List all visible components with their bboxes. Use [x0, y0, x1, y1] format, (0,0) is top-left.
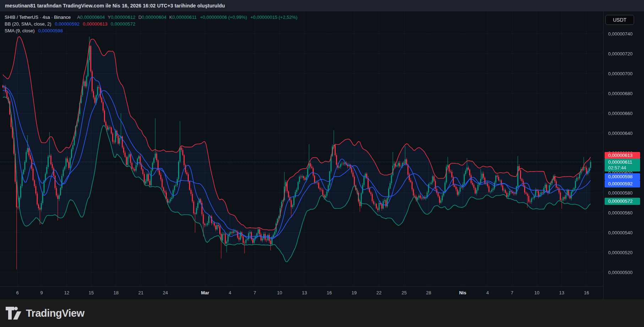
branding-bar: TradingView: [0, 299, 644, 327]
price-tick-label: 0,00000740: [608, 31, 633, 37]
time-tick-label: 16: [327, 290, 332, 295]
time-month-label: Mar: [201, 290, 209, 295]
price-badge: 0,0000061102:57:44: [605, 159, 640, 171]
time-tick-label: 9: [40, 290, 43, 295]
symbol-legend-row[interactable]: SHIB / TetherUS · 4sa · Binance A0,00000…: [5, 14, 297, 21]
price-badge: 0,00000598: [605, 173, 640, 180]
attribution-text: mesutinan81 tarafından TradingView.com i…: [5, 3, 225, 9]
price-tick-label: 0,00000580: [608, 190, 633, 196]
tradingview-logo-icon: [5, 306, 22, 320]
candlestick-plot[interactable]: [0, 12, 603, 286]
time-tick-label: 21: [138, 290, 143, 295]
chart-legend: SHIB / TetherUS · 4sa · Binance A0,00000…: [5, 14, 297, 34]
time-tick-label: 7: [511, 290, 513, 295]
price-tick-label: 0,00000640: [608, 131, 633, 136]
time-tick-label: 12: [64, 290, 69, 295]
price-tick-label: 0,00000500: [608, 270, 633, 275]
bb-lower-value: 0,00000572: [111, 21, 136, 27]
price-badge: 0,00000572: [605, 198, 640, 205]
time-tick-label: 10: [277, 290, 282, 295]
time-month-label: Nis: [459, 290, 466, 295]
price-tick-label: 0,00000660: [608, 111, 633, 116]
price-badge: 0,00000592: [605, 180, 640, 187]
price-tick-label: 0,00000720: [608, 51, 633, 56]
time-tick-label: 4: [229, 290, 231, 295]
time-tick-label: 13: [559, 290, 564, 295]
sma-value: 0,00000598: [38, 28, 63, 33]
time-tick-label: 16: [584, 290, 589, 295]
price-tick-label: 0,00000560: [608, 210, 633, 216]
price-tick-label: 0,00000700: [608, 71, 633, 76]
price-tick-label: 0,00000540: [608, 230, 633, 235]
time-tick-label: 7: [253, 290, 256, 295]
time-tick-label: 18: [114, 290, 119, 295]
sma-label: SMA (9, close): [5, 28, 35, 33]
tradingview-logo-link[interactable]: TradingView: [5, 306, 84, 320]
bb-upper-value: 0,00000613: [83, 21, 108, 27]
bb-label: BB (20, SMA, close, 2): [5, 21, 51, 27]
attribution-bar: mesutinan81 tarafından TradingView.com i…: [0, 0, 644, 12]
price-axis[interactable]: 0,000007400,000007200,000007000,00000680…: [603, 12, 644, 299]
sma-legend-row[interactable]: SMA (9, close) 0,00000598: [5, 27, 297, 34]
time-tick-label: 13: [302, 290, 307, 295]
time-tick-label: 24: [163, 290, 168, 295]
time-tick-label: 6: [16, 290, 18, 295]
time-tick-label: 10: [534, 290, 539, 295]
ohlc-values: A0,00000604Y0,00000612D0,00000604K0,0000…: [74, 15, 297, 20]
chart-area[interactable]: SHIB / TetherUS · 4sa · Binance A0,00000…: [0, 12, 644, 299]
symbol-title: SHIB / TetherUS · 4sa · Binance: [5, 15, 71, 20]
bb-legend-row[interactable]: BB (20, SMA, close, 2) 0,00000592 0,0000…: [5, 21, 297, 27]
time-axis[interactable]: 691215182124Mar4710131619222528Nis471013…: [0, 286, 603, 299]
time-tick-label: 19: [352, 290, 357, 295]
time-tick-label: 15: [89, 290, 94, 295]
time-tick-label: 25: [402, 290, 407, 295]
currency-toggle-button[interactable]: USDT: [605, 15, 634, 25]
price-badge: 0,00000613: [605, 152, 640, 159]
time-tick-label: 22: [376, 290, 381, 295]
price-tick-label: 0,00000520: [608, 250, 633, 255]
time-tick-label: 28: [426, 290, 431, 295]
tradingview-wordmark: TradingView: [26, 307, 84, 319]
price-tick-label: 0,00000680: [608, 91, 633, 96]
time-tick-label: 4: [486, 290, 489, 295]
bb-basis-value: 0,00000592: [55, 21, 80, 27]
